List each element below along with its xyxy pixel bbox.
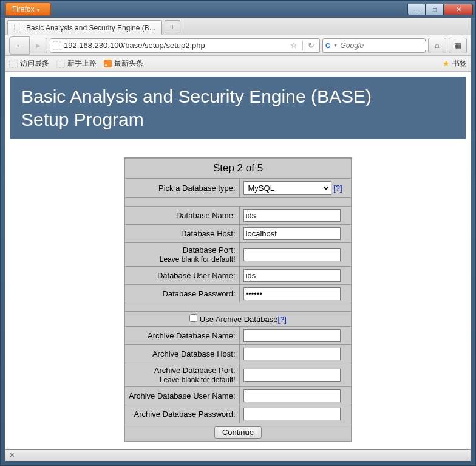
bookmark-item[interactable]: 访问最多 — [9, 58, 49, 69]
back-button[interactable]: ← — [9, 36, 30, 55]
reload-icon[interactable]: ↻ — [305, 41, 317, 50]
label-db-pass: Database Password: — [124, 285, 239, 303]
bookmarks-toolbar: 访问最多 新手上路 最新头条 ★书签 — [5, 56, 471, 72]
label-db-host: Database Host: — [124, 225, 239, 243]
engine-dropdown-icon[interactable]: ▼ — [333, 43, 338, 48]
label-a-db-port: Archive Database Port:Leave blank for de… — [124, 363, 239, 387]
firefox-menu-button[interactable]: Firefox — [5, 2, 51, 16]
titlebar[interactable]: Firefox — □ ✕ — [1, 1, 475, 18]
window-maximize-button[interactable]: □ — [426, 4, 444, 15]
bookmark-star-icon[interactable]: ☆ — [288, 41, 300, 50]
bookmark-item[interactable]: 新手上路 — [56, 58, 97, 69]
addons-button[interactable]: ▦ — [449, 38, 467, 53]
continue-button[interactable]: Continue — [214, 426, 262, 439]
nav-toolbar: ← ▸ ☆ ↻ G ▼ ⌂ ▦ — [5, 35, 471, 56]
search-input[interactable] — [340, 41, 432, 50]
a-db-user-input[interactable] — [243, 389, 341, 402]
db-port-input[interactable] — [243, 248, 341, 261]
label-a-db-name: Archive Database Name: — [124, 327, 239, 345]
a-db-name-input[interactable] — [243, 329, 341, 342]
status-text: ✕ — [9, 451, 15, 459]
label-a-db-user: Archive Database User Name: — [124, 387, 239, 405]
archive-toggle-row: Use Archive Database[?] — [124, 312, 352, 327]
a-db-port-input[interactable] — [243, 369, 341, 382]
search-bar[interactable]: G ▼ — [322, 38, 426, 53]
window-minimize-button[interactable]: — — [407, 4, 426, 15]
page-header: Basic Analysis and Security Engine (BASE… — [10, 77, 466, 139]
label-a-db-pass: Archive Database Password: — [124, 405, 239, 423]
window-controls: — □ ✕ — [407, 4, 473, 15]
db-type-select[interactable]: MySQL — [243, 181, 332, 195]
separator — [302, 41, 303, 50]
browser-inner: Basic Analysis and Security Engine (B...… — [5, 18, 471, 450]
label-a-db-host: Archive Database Host: — [124, 345, 239, 363]
db-user-input[interactable] — [243, 269, 341, 282]
label-db-port: Database Port:Leave blank for default! — [124, 243, 239, 267]
url-bar[interactable]: ☆ ↻ — [50, 38, 320, 53]
db-host-input[interactable] — [243, 227, 341, 240]
home-button[interactable]: ⌂ — [428, 38, 446, 53]
rss-icon — [104, 60, 112, 67]
label-db-name: Database Name: — [124, 207, 239, 225]
google-icon: G — [325, 42, 331, 49]
status-bar: ✕ — [5, 450, 471, 461]
help-link[interactable]: [?] — [333, 183, 342, 193]
label-db-user: Database User Name: — [124, 267, 239, 285]
use-archive-checkbox[interactable] — [189, 314, 197, 322]
tab-strip: Basic Analysis and Security Engine (B...… — [5, 18, 471, 35]
a-db-pass-input[interactable] — [243, 408, 341, 420]
tab-favicon-icon — [14, 24, 22, 32]
site-favicon-icon — [53, 41, 61, 50]
page-title: Basic Analysis and Security Engine (BASE… — [21, 85, 455, 131]
use-archive-label: Use Archive Database — [200, 315, 278, 324]
step-header: Step 2 of 5 — [124, 158, 352, 179]
new-tab-button[interactable]: + — [165, 20, 180, 33]
window-close-button[interactable]: ✕ — [444, 4, 473, 15]
db-name-input[interactable] — [243, 209, 341, 222]
bookmark-item[interactable]: 最新头条 — [104, 58, 143, 69]
page-content: Basic Analysis and Security Engine (BASE… — [5, 72, 471, 449]
help-link[interactable]: [?] — [277, 315, 286, 324]
bookmark-icon — [56, 60, 65, 68]
tab-active[interactable]: Basic Analysis and Security Engine (B... — [7, 20, 162, 35]
a-db-host-input[interactable] — [243, 348, 341, 360]
browser-window: Firefox — □ ✕ Basic Analysis and Securit… — [0, 0, 476, 466]
setup-form: Step 2 of 5 Pick a Database type: MySQL … — [124, 157, 352, 442]
tab-title: Basic Analysis and Security Engine (B... — [26, 24, 155, 32]
db-pass-input[interactable] — [243, 287, 341, 300]
star-icon: ★ — [443, 59, 450, 68]
label-db-type: Pick a Database type: — [124, 179, 239, 198]
forward-button[interactable]: ▸ — [29, 38, 47, 53]
bookmarks-menu[interactable]: ★书签 — [443, 58, 467, 69]
bookmark-icon — [9, 60, 18, 68]
url-input[interactable] — [64, 41, 285, 50]
